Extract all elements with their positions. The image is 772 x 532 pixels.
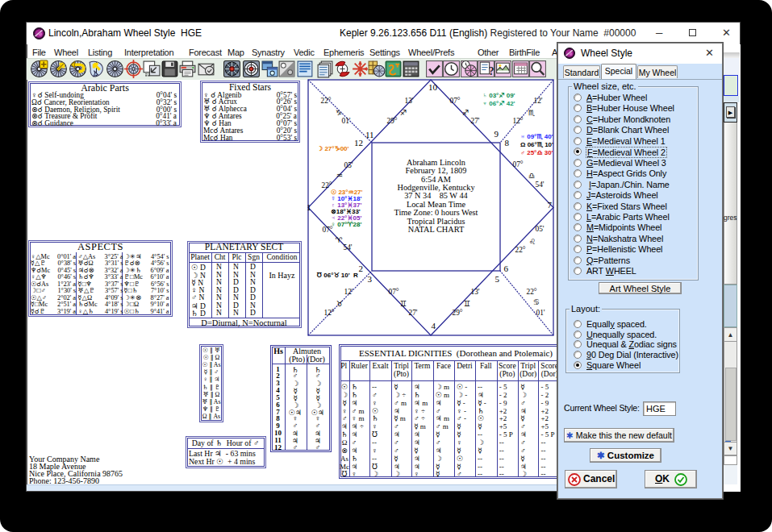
svg-text:?: ? <box>488 65 494 77</box>
